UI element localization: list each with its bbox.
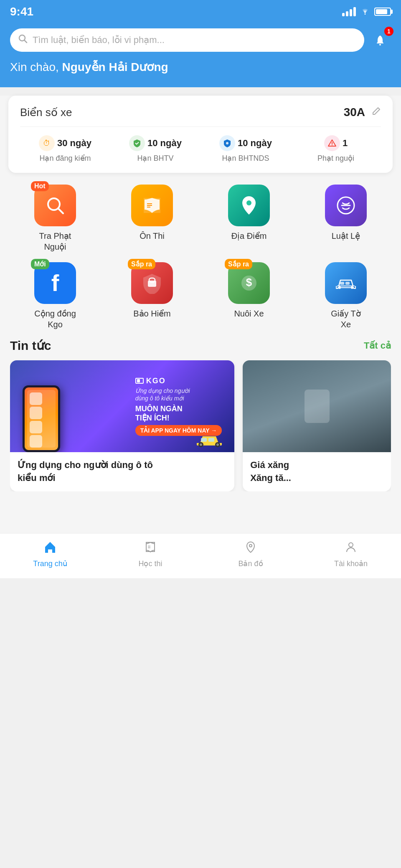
news-card-2-title: Giá xăngXăng tă...	[250, 460, 291, 483]
svg-point-6	[332, 145, 332, 146]
status-bar: 9:41	[0, 0, 401, 22]
nav-trang-chu[interactable]: Trang chủ	[29, 540, 71, 568]
news-title: Tin tức	[10, 338, 51, 353]
status-time: 9:41	[10, 5, 33, 18]
stat-label-phat: Phạt nguội	[317, 154, 354, 163]
feature-luat-le[interactable]: Luật Lệ	[301, 185, 391, 252]
news-card-1[interactable]: KGO Ứng dụng cho người dùng ô tô kiểu mớ…	[10, 360, 234, 491]
feature-giay-to-xe[interactable]: Giấy TờXe	[301, 262, 391, 330]
news-cards: KGO Ứng dụng cho người dùng ô tô kiểu mớ…	[10, 360, 391, 491]
bottom-nav: Trang chủ Học thi Bản đồ T	[0, 533, 401, 578]
svg-rect-24	[208, 438, 214, 442]
feature-icon-tra-phat: Hot	[34, 185, 76, 226]
feature-grid: Hot Tra PhạtNguội	[10, 185, 391, 330]
vehicle-label: Biển số xe	[20, 106, 72, 119]
stat-label-dang-kiem: Hạn đăng kiểm	[39, 154, 91, 163]
svg-text:$: $	[246, 276, 252, 288]
news-card-1-title: Ứng dụng cho người dùng ô tôkiểu mới	[18, 460, 153, 483]
vehicle-card-header: Biển số xe 30A	[20, 106, 381, 127]
stat-icon-green	[129, 135, 145, 151]
svg-rect-20	[345, 282, 350, 285]
main-content: Biển số xe 30A ⏱ 30 ngày Hạn đăng kiểm	[0, 96, 401, 533]
news-subtitle: Ứng dụng cho người dùng ô tô kiểu mới	[135, 387, 194, 402]
stat-phat-nguoi: 1 Phạt nguội	[291, 135, 381, 163]
stat-days-bhtv: 10 ngày	[147, 138, 182, 149]
nav-tai-khoan[interactable]: Tài khoản	[330, 540, 372, 568]
search-placeholder: Tìm luật, biển báo, lỗi vi phạm...	[33, 35, 356, 46]
nav-label-hoc-thi: Học thi	[138, 559, 162, 568]
feature-label-cong-dong: Cộng đồngKgo	[34, 308, 76, 330]
stat-bhtnds: 10 ngày Hạn BHTNDS	[200, 135, 291, 163]
sapra-badge-nuoi-xe: Sắp ra	[225, 259, 252, 269]
svg-point-3	[379, 44, 381, 46]
kgo-logo-text: KGO	[146, 377, 166, 385]
stat-label-bhtnds: Hạn BHTNDS	[222, 154, 269, 163]
stat-days-dang-kiem: 30 ngày	[57, 138, 91, 149]
svg-point-22	[351, 286, 353, 289]
svg-point-4	[226, 142, 228, 144]
edit-icon[interactable]	[372, 106, 381, 118]
feature-label-dia-diem: Địa Điểm	[231, 230, 267, 241]
sapra-badge-bao-hiem: Sắp ra	[128, 259, 155, 269]
nav-ban-do[interactable]: Bản đồ	[230, 540, 272, 568]
nav-label-tai-khoan: Tài khoản	[334, 559, 368, 568]
nav-hoc-thi[interactable]: Học thi	[129, 540, 171, 568]
feature-cong-dong-kgo[interactable]: Mới f Cộng đồngKgo	[10, 262, 100, 330]
feature-icon-bao-hiem: Sắp ra	[131, 262, 173, 304]
svg-line-2	[25, 40, 27, 43]
battery-icon	[374, 8, 391, 16]
feature-icon-luat-le	[325, 185, 367, 226]
header: Tìm luật, biển báo, lỗi vi phạm... 1 Xin…	[0, 22, 401, 87]
svg-rect-19	[340, 282, 344, 285]
feature-label-on-thi: Ôn Thi	[140, 230, 165, 241]
vehicle-plate: 30A	[344, 106, 365, 119]
vehicle-stats: ⏱ 30 ngày Hạn đăng kiểm 10 ngày Hạn BH	[20, 135, 381, 163]
feature-section: Hot Tra PhạtNguội	[0, 173, 401, 338]
news-card-2[interactable]: Giá xăngXăng tă...	[243, 360, 391, 491]
stat-icon-blue	[219, 135, 235, 151]
svg-point-21	[338, 286, 341, 289]
news-card-1-img: KGO Ứng dụng cho người dùng ô tô kiểu mớ…	[10, 360, 234, 452]
stat-bhtv: 10 ngày Hạn BHTV	[110, 135, 200, 163]
feature-label-giay-to: Giấy TờXe	[331, 308, 360, 330]
news-section: Tin tức Tất cả	[0, 338, 401, 491]
feature-bao-hiem[interactable]: Sắp ra Bảo Hiểm	[107, 262, 197, 330]
feature-nuoi-xe[interactable]: Sắp ra $ Nuôi Xe	[204, 262, 294, 330]
feature-label-bao-hiem: Bảo Hiểm	[133, 308, 171, 319]
svg-point-31	[249, 544, 252, 547]
nav-label-trang-chu: Trang chủ	[33, 559, 67, 568]
feature-tra-phat-nguoi[interactable]: Hot Tra PhạtNguội	[10, 185, 100, 252]
moi-badge: Mới	[31, 259, 49, 269]
feature-label-nuoi-xe: Nuôi Xe	[234, 308, 264, 319]
status-icons	[342, 6, 391, 17]
news-card-2-body: Giá xăngXăng tă...	[243, 452, 391, 491]
feature-label-luat-le: Luật Lệ	[332, 230, 360, 241]
feature-icon-dia-diem	[228, 185, 270, 226]
svg-line-8	[58, 208, 63, 213]
search-row: Tìm luật, biển báo, lỗi vi phạm... 1	[10, 28, 391, 52]
feature-on-thi[interactable]: Ôn Thi	[107, 185, 197, 252]
user-icon	[344, 540, 358, 557]
book-icon	[144, 540, 157, 557]
feature-dia-diem[interactable]: Địa Điểm	[204, 185, 294, 252]
svg-rect-23	[201, 438, 207, 442]
svg-point-12	[246, 200, 251, 205]
vehicle-card: Biển số xe 30A ⏱ 30 ngày Hạn đăng kiểm	[8, 96, 393, 173]
hot-badge: Hot	[31, 181, 49, 191]
stat-icon-red	[324, 135, 340, 151]
search-bar[interactable]: Tìm luật, biển báo, lỗi vi phạm...	[10, 28, 364, 52]
svg-point-26	[200, 443, 202, 446]
stat-label-bhtv: Hạn BHTV	[137, 154, 173, 163]
news-card-1-body: Ứng dụng cho người dùng ô tôkiểu mới	[10, 452, 234, 491]
stat-days-bhtnds: 10 ngày	[238, 138, 272, 149]
svg-point-28	[216, 443, 219, 446]
feature-icon-cong-dong: Mới f	[34, 262, 76, 304]
notification-bell[interactable]: 1	[369, 29, 391, 51]
news-card-2-img	[243, 360, 391, 452]
stat-days-phat: 1	[343, 138, 348, 149]
notification-badge: 1	[384, 27, 393, 36]
greeting: Xin chào, Nguyễn Hải Dương	[10, 60, 391, 74]
nav-label-ban-do: Bản đồ	[238, 559, 263, 568]
news-all-link[interactable]: Tất cả	[364, 340, 391, 351]
news-header: Tin tức Tất cả	[10, 338, 391, 353]
